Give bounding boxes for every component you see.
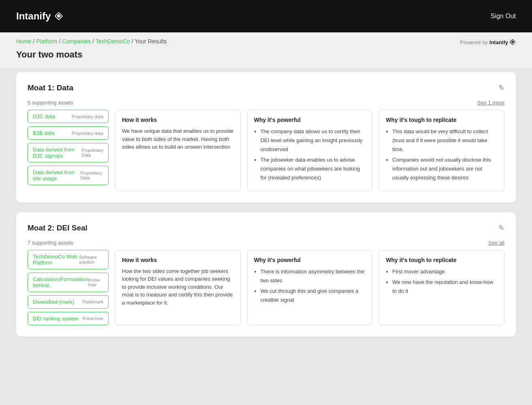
moat-2-panel-1-title: How it works — [122, 257, 234, 263]
breadcrumb-sep-3: / — [92, 38, 94, 45]
moat-2-panel-2-item-2: We cut through this and give companies a… — [261, 287, 366, 305]
breadcrumb-techdemo[interactable]: TechDemoCo — [96, 38, 130, 45]
moat-2-panel-2-list: There is information asymmetry between t… — [254, 267, 366, 305]
moat-1-asset-3[interactable]: Data derived from D2C signupsProprietary… — [28, 143, 109, 162]
moat-1-panel-3: Why it's tough to replicateThis data wou… — [379, 110, 504, 191]
moat-2-asset-3-type: Trademark — [82, 299, 103, 304]
breadcrumb-sep-4: / — [132, 38, 133, 45]
breadcrumb-bar: Home / Platform / Companies / TechDemoCo… — [0, 32, 532, 45]
moat-2-panel-1-text: How the two sides come together job seek… — [122, 267, 234, 307]
moat-1-panel-3-item-1: This data would be very difficult to col… — [392, 127, 498, 154]
moat-2-asset-1-type: Software solution — [79, 255, 103, 264]
moat-2-asset-4-name: DEI ranking system — [33, 315, 79, 322]
svg-rect-1 — [57, 14, 61, 18]
moat-2-assets-column: TechDemoCo Web PlatformSoftware solution… — [28, 250, 109, 325]
moat-1-assets-header: 5 supporting assetsSee 1 more — [28, 100, 504, 106]
moat-2-see-more-link[interactable]: See all — [488, 240, 504, 246]
breadcrumb-sep-2: / — [59, 38, 60, 45]
moat-2-panel-3-item-1: First mover advantage — [392, 267, 498, 276]
moat-2-header: Moat 2: DEI Seal✎ — [28, 224, 504, 232]
moat-1-asset-4-type: Proprietary Data — [80, 171, 103, 180]
page-title-area: Your two moats — [0, 45, 532, 68]
moat-1-asset-1-name: D2C data — [33, 113, 55, 119]
moat-1-panel-2: Why it's powerfulThe company data allows… — [247, 110, 373, 191]
moat-1-asset-1-type: Proprietary data — [72, 114, 103, 119]
moat-1-asset-2-type: Proprietary data — [72, 131, 103, 136]
moat-2-panel-1: How it worksHow the two sides come toget… — [115, 250, 241, 325]
main-content: Moat 1: Data✎5 supporting assetsSee 1 mo… — [0, 68, 532, 353]
moat-2-asset-3[interactable]: Diversified (mark)Trademark — [28, 295, 109, 309]
moat-2-panel-2-item-1: There is information asymmetry between t… — [261, 267, 366, 285]
moat-1-see-more-link[interactable]: See 1 more — [477, 100, 504, 106]
moat-2-body: TechDemoCo Web PlatformSoftware solution… — [28, 250, 504, 325]
moat-1-body: D2C dataProprietary dataB2B dataPropriet… — [28, 110, 504, 191]
moat-1-header: Moat 1: Data✎ — [28, 83, 504, 92]
logo: Intanify — [16, 11, 64, 22]
moat-2-asset-2-type: Know-how — [88, 277, 103, 287]
powered-by-prefix: Powered by — [460, 39, 488, 45]
moat-2-panel-3-list: First mover advantageWe now have the rep… — [386, 267, 498, 296]
moat-1-asset-4[interactable]: Data derived from site usageProprietary … — [28, 166, 109, 185]
breadcrumb: Home / Platform / Companies / TechDemoCo… — [16, 38, 167, 45]
moat-2-panel-2-title: Why it's powerful — [254, 257, 366, 263]
breadcrumb-home[interactable]: Home — [16, 38, 31, 45]
moat-2-title: Moat 2: DEI Seal — [28, 224, 88, 232]
moat-2-asset-1[interactable]: TechDemoCo Web PlatformSoftware solution — [28, 250, 109, 269]
moat-card-1: Moat 1: Data✎5 supporting assetsSee 1 mo… — [16, 72, 516, 202]
moat-1-panel-1-text: We have unique data that enables us to p… — [122, 127, 234, 151]
moat-1-panel-2-item-2: The jobseeker data enables us to advise … — [261, 156, 366, 182]
breadcrumb-sep-1: / — [33, 38, 34, 45]
moat-2-panel-3-title: Why it's tough to replicate — [386, 257, 498, 263]
breadcrumb-current: Your Results — [135, 38, 167, 45]
moat-1-panel-3-title: Why it's tough to replicate — [386, 117, 498, 123]
moat-2-asset-3-name: Diversified (mark) — [33, 299, 74, 305]
moat-1-edit-icon[interactable]: ✎ — [498, 83, 504, 92]
moat-1-asset-2-name: B2B data — [33, 130, 55, 136]
moat-card-2: Moat 2: DEI Seal✎7 supporting assetsSee … — [16, 212, 516, 337]
moat-1-info-panels: How it worksWe have unique data that ena… — [115, 110, 504, 191]
powered-by-brand: Intanify — [489, 39, 516, 45]
moat-2-assets-count: 7 supporting assets — [28, 240, 73, 246]
moat-1-asset-3-name: Data derived from D2C signups — [33, 147, 81, 159]
moat-1-panel-2-title: Why it's powerful — [254, 117, 366, 123]
app-header: Intanify Sign Out — [0, 0, 532, 32]
moat-2-panel-2: Why it's powerfulThere is information as… — [247, 250, 373, 325]
moat-1-asset-3-type: Proprietary Data — [81, 148, 103, 158]
moat-1-assets-count: 5 supporting assets — [28, 100, 73, 106]
logo-text: Intanify — [16, 11, 51, 22]
svg-rect-3 — [511, 40, 514, 43]
powered-by: Powered by Intanify — [460, 38, 516, 45]
moat-1-asset-1[interactable]: D2C dataProprietary data — [28, 110, 109, 123]
moat-1-panel-2-item-1: The company data allows us to certify th… — [261, 127, 366, 154]
moat-1-panel-3-item-2: Companies would not usually disclose thi… — [392, 156, 498, 182]
moat-2-asset-1-name: TechDemoCo Web Platform — [33, 254, 79, 266]
moat-1-panel-1: How it worksWe have unique data that ena… — [115, 110, 241, 191]
moat-1-panel-1-title: How it works — [122, 117, 234, 123]
moat-2-asset-2-name: Calculation/Formulation behind.. — [33, 276, 88, 288]
moat-1-assets-column: D2C dataProprietary dataB2B dataPropriet… — [28, 110, 109, 191]
moat-2-info-panels: How it worksHow the two sides come toget… — [115, 250, 504, 325]
breadcrumb-companies[interactable]: Companies — [62, 38, 91, 45]
moat-1-title: Moat 1: Data — [28, 83, 73, 92]
moat-2-panel-3: Why it's tough to replicateFirst mover a… — [379, 250, 504, 325]
moat-2-panel-3-item-2: We now have the reputation and know-how … — [392, 278, 498, 296]
moat-1-asset-4-name: Data derived from site usage — [33, 169, 80, 181]
moat-2-asset-4[interactable]: DEI ranking systemKnow-how — [28, 312, 109, 325]
moat-2-asset-2[interactable]: Calculation/Formulation behind..Know-how — [28, 273, 109, 292]
moat-1-panel-3-list: This data would be very difficult to col… — [386, 127, 498, 183]
moat-2-edit-icon[interactable]: ✎ — [498, 224, 504, 232]
moat-1-asset-2[interactable]: B2B dataProprietary data — [28, 126, 109, 140]
breadcrumb-platform[interactable]: Platform — [36, 38, 57, 45]
moat-2-assets-header: 7 supporting assetsSee all — [28, 240, 504, 246]
moat-2-asset-4-type: Know-how — [83, 316, 103, 321]
sign-out-button[interactable]: Sign Out — [491, 13, 516, 20]
moat-1-panel-2-list: The company data allows us to certify th… — [254, 127, 366, 183]
logo-diamond-icon — [54, 11, 64, 21]
page-title: Your two moats — [16, 49, 516, 60]
